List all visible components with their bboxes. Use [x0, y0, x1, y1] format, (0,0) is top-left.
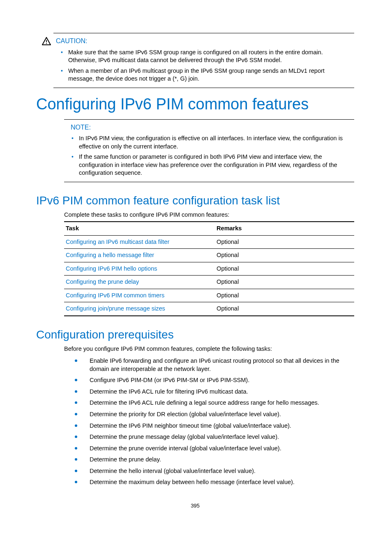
list-item: Determine the IPv6 ACL rule for filterin… [75, 386, 354, 398]
table-row: Configuring an IPv6 multicast data filte… [64, 235, 354, 249]
note-label: NOTE: [64, 123, 354, 132]
task-table: Task Remarks Configuring an IPv6 multica… [64, 221, 354, 316]
task-intro-text: Complete these tasks to configure IPv6 P… [64, 211, 354, 219]
list-item: Determine the priority for DR election (… [75, 409, 354, 420]
list-item: Determine the prune override interval (g… [75, 443, 354, 454]
task-remark: Optional [215, 289, 354, 302]
heading-2-prereq: Configuration prerequisites [36, 328, 354, 342]
list-item: In IPv6 PIM view, the configuration is e… [71, 133, 354, 152]
caution-list: Make sure that the same IPv6 SSM group r… [53, 47, 354, 84]
document-page: CAUTION: Make sure that the same IPv6 SS… [0, 0, 392, 526]
caution-label: CAUTION: [56, 37, 87, 46]
task-link[interactable]: Configuring a hello message filter [64, 249, 215, 262]
list-item: Make sure that the same IPv6 SSM group r… [60, 47, 354, 66]
list-item: Configure IPv6 PIM-DM (or IPv6 PIM-SM or… [75, 375, 354, 386]
table-row: Configuring join/prune message sizes Opt… [64, 302, 354, 316]
heading-1: Configuring IPv6 PIM common features [36, 95, 354, 114]
list-item: Enable IPv6 forwarding and configure an … [75, 355, 354, 375]
list-item: Determine the prune message delay (globa… [75, 431, 354, 443]
caution-box: CAUTION: Make sure that the same IPv6 SS… [53, 33, 354, 88]
note-list: In IPv6 PIM view, the configuration is e… [64, 133, 354, 178]
svg-point-1 [46, 43, 47, 44]
prereq-intro-text: Before you configure IPv6 PIM common fea… [64, 345, 354, 353]
table-header-task: Task [64, 222, 215, 235]
note-box: NOTE: In IPv6 PIM view, the configuratio… [64, 119, 354, 182]
task-remark: Optional [215, 249, 354, 262]
warning-triangle-icon [42, 37, 51, 45]
list-item: Determine the prune delay. [75, 454, 354, 466]
caution-header: CAUTION: [53, 37, 354, 46]
task-link[interactable]: Configuring IPv6 PIM hello options [64, 262, 215, 276]
table-row: Configuring a hello message filter Optio… [64, 249, 354, 262]
table-header-remarks: Remarks [215, 222, 354, 235]
page-number: 395 [36, 502, 354, 510]
table-row: Configuring IPv6 PIM common timers Optio… [64, 289, 354, 302]
list-item: Determine the IPv6 PIM neighbor timeout … [75, 420, 354, 432]
table-row: Configuring IPv6 PIM hello options Optio… [64, 262, 354, 276]
task-remark: Optional [215, 276, 354, 289]
task-remark: Optional [215, 235, 354, 249]
prereq-list: Enable IPv6 forwarding and configure an … [75, 355, 354, 488]
list-item: Determine the maximum delay between hell… [75, 477, 354, 488]
task-link[interactable]: Configuring IPv6 PIM common timers [64, 289, 215, 302]
list-item: When a member of an IPv6 multicast group… [60, 66, 354, 84]
task-link[interactable]: Configuring an IPv6 multicast data filte… [64, 235, 215, 249]
list-item: If the same function or parameter is con… [71, 152, 354, 178]
task-link[interactable]: Configuring the prune delay [64, 276, 215, 289]
task-remark: Optional [215, 262, 354, 276]
task-link[interactable]: Configuring join/prune message sizes [64, 302, 215, 316]
task-remark: Optional [215, 302, 354, 316]
list-item: Determine the IPv6 ACL rule defining a l… [75, 397, 354, 409]
heading-2-task-list: IPv6 PIM common feature configuration ta… [36, 194, 354, 208]
list-item: Determine the hello interval (global val… [75, 466, 354, 477]
table-row: Configuring the prune delay Optional [64, 276, 354, 289]
